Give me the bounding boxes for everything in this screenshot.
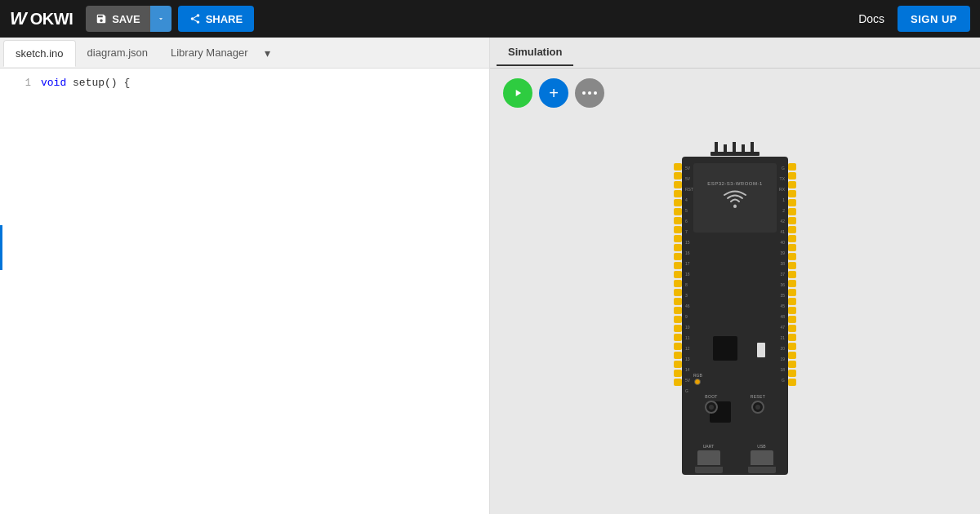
- pcb-lbl-l3: RST: [685, 184, 693, 193]
- usb-label: USB: [757, 444, 765, 449]
- pin-l14: [674, 280, 682, 287]
- pin-l10: [674, 244, 682, 251]
- code-editor[interactable]: 1 void setup() {: [0, 69, 489, 514]
- reset-physical-button[interactable]: [751, 401, 764, 414]
- pin-l25: [674, 379, 682, 386]
- module-area: ESP32-S3-WROOM-1: [693, 163, 777, 233]
- pin-r18: [788, 316, 796, 323]
- pcb-lbl-r7: 41: [779, 227, 785, 236]
- logo-text: OKWI: [30, 10, 73, 29]
- pcb-lbl-r14: 45: [779, 301, 785, 310]
- pcb-lbl-r8: 40: [779, 237, 785, 246]
- editor-panel: sketch.ino diagram.json Library Manager …: [0, 38, 490, 514]
- boot-button-area: BOOT: [705, 394, 718, 414]
- antenna: [706, 142, 764, 158]
- white-rect: [757, 343, 765, 357]
- boot-physical-button[interactable]: [705, 401, 718, 414]
- pcb-lbl-l4: 4: [685, 195, 693, 204]
- pin-l15: [674, 289, 682, 296]
- save-dropdown-button[interactable]: [150, 6, 172, 32]
- pcb-lbl-r19: 19: [779, 354, 785, 363]
- boot-label: BOOT: [705, 394, 717, 399]
- pcb-lbl-r4: 1: [779, 195, 785, 204]
- pin-r9: [788, 235, 796, 242]
- pcb-lbl-l20: 14: [685, 365, 693, 374]
- pin-r1: [788, 163, 796, 171]
- pcb-labels-left: 5V 5V RST 4 5 6 7 15 16 17 18 8 3 46: [685, 163, 693, 395]
- pin-r3: [788, 181, 796, 188]
- pcb-lbl-l16: 10: [685, 322, 693, 331]
- tabs-dropdown-button[interactable]: ▾: [260, 43, 275, 63]
- pin-r11: [788, 253, 796, 260]
- pin-l9: [674, 235, 682, 242]
- share-button[interactable]: SHARE: [178, 6, 255, 32]
- navbar-right: Docs SIGN UP: [858, 6, 970, 32]
- pcb-lbl-r18: 20: [779, 343, 785, 352]
- pcb-lbl-r9: 39: [779, 248, 785, 257]
- pcb-lbl-l12: 8: [685, 280, 693, 289]
- pcb-lbl-r17: 21: [779, 333, 785, 342]
- sim-controls: +: [490, 69, 980, 117]
- pcb-lbl-l10: 17: [685, 259, 693, 268]
- pcb-lbl-r1: G: [779, 163, 785, 172]
- code-line-1: 1 void setup() {: [0, 75, 489, 92]
- svg-point-1: [588, 91, 591, 95]
- uart-port: UART: [695, 444, 723, 473]
- boot-button-inner: [709, 405, 714, 410]
- wifi-icon: [723, 189, 747, 215]
- tab-library-manager[interactable]: Library Manager: [159, 40, 260, 65]
- share-icon: [189, 13, 201, 24]
- chevron-down-icon: [157, 15, 165, 23]
- pin-l11: [674, 253, 682, 260]
- pin-r2: [788, 172, 796, 179]
- pcb-lbl-l5: 5: [685, 206, 693, 215]
- pcb-lbl-r2: TX: [779, 174, 785, 183]
- pcb-lbl-l6: 6: [685, 216, 693, 225]
- pcb-lbl-l18: 12: [685, 343, 693, 352]
- play-button[interactable]: [503, 78, 532, 108]
- tab-diagram[interactable]: diagram.json: [76, 40, 159, 65]
- pin-l3: [674, 181, 682, 188]
- pin-l7: [674, 217, 682, 224]
- pin-l19: [674, 325, 682, 332]
- pin-r8: [788, 226, 796, 233]
- pcb-lbl-r15: 48: [779, 312, 785, 321]
- line-number-1: 1: [7, 76, 31, 91]
- pin-r12: [788, 262, 796, 269]
- pcb-lbl-l15: 9: [685, 312, 693, 321]
- pcb-lbl-r6: 42: [779, 216, 785, 225]
- signup-button[interactable]: SIGN UP: [898, 6, 970, 32]
- usb-connector: [751, 450, 773, 465]
- pcb-lbl-l1: 5V: [685, 163, 693, 172]
- pcb-lbl-l9: 16: [685, 248, 693, 257]
- navbar: W OKWI SAVE SHARE Docs SIGN UP: [0, 0, 980, 38]
- line-content-1: void setup() {: [41, 75, 130, 92]
- pin-l12: [674, 262, 682, 269]
- save-button[interactable]: SAVE: [86, 6, 149, 32]
- pcb-lbl-r21: G: [779, 375, 785, 384]
- pin-l4: [674, 190, 682, 197]
- pin-l23: [674, 361, 682, 368]
- keyword-void: void: [41, 77, 66, 89]
- svg-rect-4: [715, 142, 718, 153]
- pin-r7: [788, 217, 796, 224]
- uart-connector: [697, 450, 720, 465]
- pcb-lbl-r20: 18: [779, 365, 785, 374]
- tab-sketch[interactable]: sketch.ino: [3, 40, 76, 67]
- pcb-lbl-l8: 15: [685, 237, 693, 246]
- pin-r19: [788, 325, 796, 332]
- svg-rect-5: [724, 144, 727, 153]
- pin-r17: [788, 307, 796, 314]
- rgb-led: [694, 379, 701, 385]
- pcb-lbl-r12: 36: [779, 280, 785, 289]
- docs-link[interactable]: Docs: [858, 12, 884, 25]
- pcb-lbl-l7: 7: [685, 227, 693, 236]
- pin-r25: [788, 379, 796, 386]
- tab-simulation[interactable]: Simulation: [497, 39, 573, 66]
- add-component-button[interactable]: +: [539, 78, 568, 108]
- pcb-lbl-r5: 2: [779, 206, 785, 215]
- pins-right: [788, 163, 796, 386]
- more-options-button[interactable]: [575, 78, 604, 108]
- pin-r20: [788, 334, 796, 341]
- pcb-lbl-r10: 38: [779, 259, 785, 268]
